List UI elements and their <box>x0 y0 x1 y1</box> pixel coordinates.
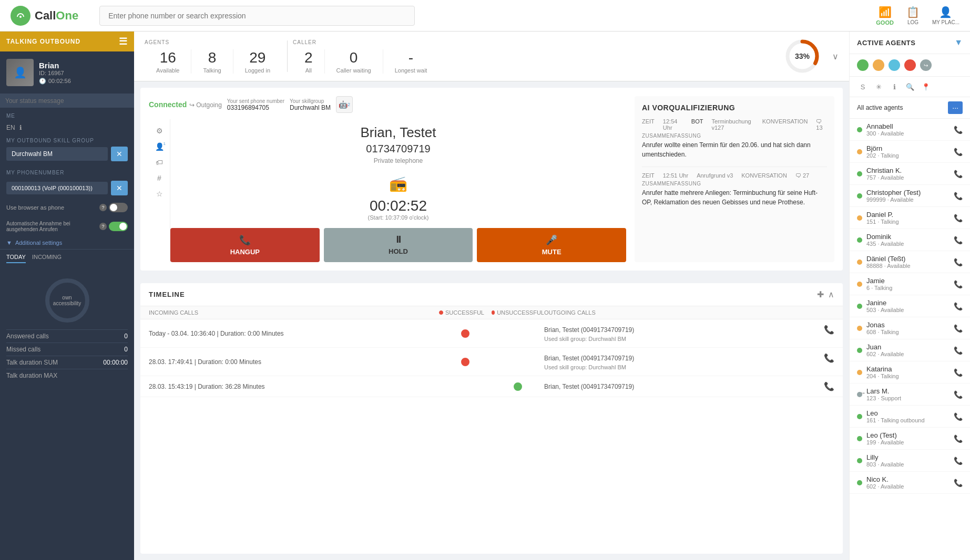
person-icon[interactable]: 👤 1 <box>152 139 167 154</box>
filter-s-btn[interactable]: S <box>857 81 869 92</box>
robot-icon-btn[interactable]: 🤖 2 <box>336 96 353 113</box>
timeline-incoming-3: 28.03. 15:43:19 | Duration: 36:28 Minute… <box>149 383 439 390</box>
status-message-input[interactable] <box>0 94 134 108</box>
skill-group-input[interactable] <box>6 147 108 161</box>
hangup-button[interactable]: 📞 HANGUP <box>170 228 320 262</box>
hamburger-menu[interactable]: ☰ <box>119 36 128 47</box>
ai-summary-label-1: ZUSAMMENFASSUNG <box>642 133 827 139</box>
filter-dot-green[interactable] <box>857 59 869 71</box>
agent-duration: 🕐 00:02:56 <box>39 78 128 85</box>
list-item[interactable]: Lilly 803 · Available 📞 <box>850 450 970 472</box>
filter-search-btn[interactable]: 🔍 <box>904 81 916 92</box>
filter-dot-blue[interactable] <box>889 59 900 71</box>
collapse-btn[interactable]: ∨ <box>832 51 839 61</box>
me-label: ME <box>0 108 134 121</box>
agent-sub-leotest: 199 · Available <box>866 439 904 445</box>
skill-group-input-row: ✕ <box>6 147 128 161</box>
agent-sub-annabell: 300 · Available <box>866 130 904 137</box>
search-input[interactable] <box>99 6 415 26</box>
table-row: 28.03. 17:49:41 | Duration: 0:00 Minutes… <box>140 348 843 376</box>
list-item[interactable]: Leo (Test) 199 · Available 📞 <box>850 428 970 450</box>
call-phone-icon-1: 📞 <box>824 325 834 335</box>
nav-profile[interactable]: 👤 MY PLAC... <box>932 6 959 25</box>
list-item[interactable]: Katarina 204 · Talking 📞 <box>850 361 970 383</box>
logo-text: CallOne <box>35 9 78 23</box>
tab-incoming[interactable]: INCOMING <box>32 254 62 263</box>
expand-icon[interactable]: ✚ <box>817 289 824 299</box>
agent-name-annabell: Annabell <box>866 122 904 130</box>
status-dot-nicok <box>857 480 862 485</box>
list-item[interactable]: Janine 503 · Available 📞 <box>850 295 970 317</box>
ai-panel-container: AI VORQUALIFIZIERUNG ZEIT 12:54 Uhr BOT … <box>635 96 834 262</box>
agents-more-btn[interactable]: ··· <box>948 101 963 114</box>
list-item[interactable]: Däniel (Teßt) 88888 · Available 📞 <box>850 251 970 273</box>
agent-leo-left: Leo 161 · Talking outbound <box>857 409 925 423</box>
caller-stats: 2 All 0 Caller waiting - Longest wait <box>293 49 438 74</box>
agents-stats: 16 Available 8 Talking 29 Logged in <box>145 49 282 74</box>
hash-icon[interactable]: # <box>152 171 167 185</box>
mute-button[interactable]: 🎤 MUTE <box>477 228 626 262</box>
filter-info-btn[interactable]: ℹ <box>889 81 900 92</box>
agent-lars-left: ↪ Lars M. 123 · Support <box>857 387 901 401</box>
agents-dropdown[interactable]: All active agents <box>857 104 945 111</box>
list-item[interactable]: Björn 202 · Talking 📞 <box>850 141 970 163</box>
filter-dot-yellow[interactable] <box>873 59 884 71</box>
filter-asterisk-btn[interactable]: ✳ <box>873 81 884 92</box>
timeline-caller-2: Brian, Testet (00491734709719) <box>544 355 634 362</box>
ai-meta-1: ZEIT 12:54 Uhr BOT Terminbuchung v127 KO… <box>642 118 827 131</box>
call-center-info: Brian, Testet 01734709719 Private teleph… <box>170 119 626 170</box>
star-icon[interactable]: ☆ <box>152 186 167 201</box>
skill-group-clear-btn[interactable]: ✕ <box>111 147 128 161</box>
caller-number: 01734709719 <box>170 143 626 155</box>
mute-label: MUTE <box>542 248 561 256</box>
settings-icon[interactable]: ⚙ <box>152 123 167 138</box>
filter-dot-red[interactable] <box>904 59 916 71</box>
stat-waiting-value: 0 <box>336 49 371 66</box>
list-item[interactable]: Jamie 6 · Talking 📞 <box>850 273 970 295</box>
additional-settings[interactable]: ▼ Additional settings <box>0 236 134 249</box>
filter-chevron-icon[interactable]: ▼ <box>954 38 963 47</box>
agent-name-danielp: Daniel P. <box>866 211 899 219</box>
list-item[interactable]: Annabell 300 · Available 📞 <box>850 119 970 141</box>
list-item[interactable]: Juan 602 · Available 📞 <box>850 339 970 361</box>
toggle-browser-phone-switch[interactable] <box>109 203 128 212</box>
list-item[interactable]: Jonas 608 · Talking 📞 <box>850 317 970 339</box>
list-item[interactable]: Nico K. 602 · Available 📞 <box>850 472 970 494</box>
bar-donut: 33% <box>784 38 821 75</box>
agent-phone-annabell: 📞 <box>954 126 963 134</box>
collapse-timeline-icon[interactable]: ∧ <box>828 289 834 299</box>
center-area: AGENTS 16 Available 8 Talking 29 Logged … <box>134 32 849 560</box>
tab-today[interactable]: TODAY <box>6 254 26 263</box>
toggle-browser-phone: Use browser as phone ? <box>0 199 134 216</box>
skill-group-display: Your skillgroup Durchwahl BM <box>290 98 331 111</box>
agent-phone-daniel: 📞 <box>954 258 963 266</box>
call-phone-icon-2: 📞 <box>824 353 834 363</box>
agent-phone-leo: 📞 <box>954 412 963 421</box>
ai-conv-label-1: KONVERSATION <box>762 118 808 131</box>
list-item[interactable]: Christian K. 757 · Available 📞 <box>850 163 970 185</box>
filter-location-btn[interactable]: 📍 <box>920 81 932 92</box>
ai-conv-value-2: 🗨 27 <box>795 172 809 179</box>
lang-selector[interactable]: EN <box>6 124 15 131</box>
call-phone-icon-3: 📞 <box>824 381 834 391</box>
hold-button[interactable]: ⏸ HOLD <box>324 228 473 262</box>
agent-sub-christopher: 999999 · Available <box>866 196 921 203</box>
list-item[interactable]: Dominik 435 · Available 📞 <box>850 229 970 251</box>
agent-sub-katarina: 204 · Talking <box>866 373 899 379</box>
filter-dot-transfer[interactable]: ↪ <box>920 59 932 71</box>
sent-phone-value: 033196894705 <box>227 104 284 111</box>
phone-input[interactable] <box>6 182 108 194</box>
list-item[interactable]: Leo 161 · Talking outbound 📞 <box>850 406 970 428</box>
nav-log[interactable]: 📋 LOG <box>906 6 920 25</box>
tag-icon[interactable]: 🏷 <box>152 155 167 170</box>
toggle-auto-answer-switch[interactable] <box>109 222 128 231</box>
phone-clear-btn[interactable]: ✕ <box>111 181 128 195</box>
list-item[interactable]: Daniel P. 151 · Talking 📞 <box>850 207 970 229</box>
agent-sub-janine: 503 · Available <box>866 307 904 313</box>
call-center-content: Brian, Testet 01734709719 Private teleph… <box>170 119 626 262</box>
phone-input-row: ✕ <box>6 181 128 195</box>
stats-divider <box>287 40 288 72</box>
list-item[interactable]: Christopher (Test) 999999 · Available 📞 <box>850 185 970 207</box>
list-item[interactable]: ↪ Lars M. 123 · Support 📞 <box>850 383 970 406</box>
phonenumber-label: MY PHONENUMBER <box>0 164 134 178</box>
